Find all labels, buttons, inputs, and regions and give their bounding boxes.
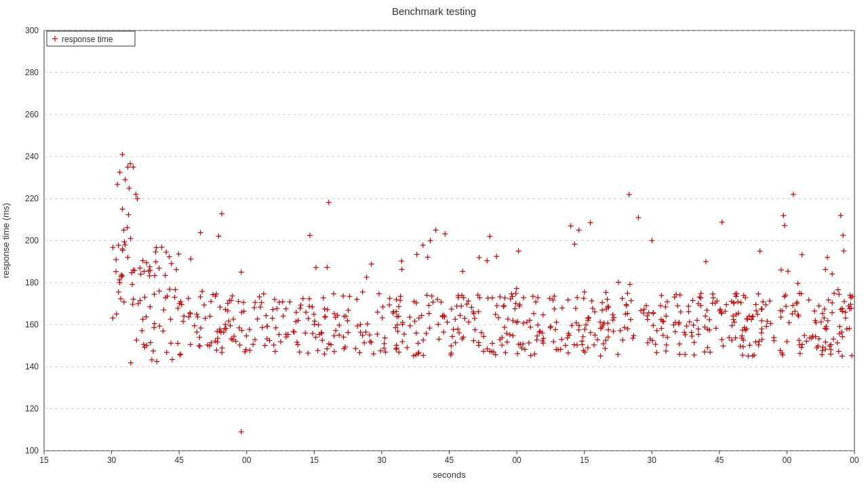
chart-container	[0, 0, 868, 488]
